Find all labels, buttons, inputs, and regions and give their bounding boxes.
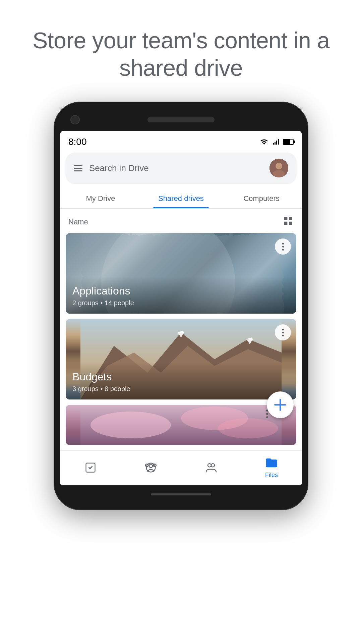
list-header: Name xyxy=(60,209,302,233)
more-options-btn[interactable] xyxy=(266,410,268,418)
hamburger-icon[interactable] xyxy=(74,165,82,171)
budgets-overlay: Budgets 3 groups • 8 people xyxy=(66,363,296,399)
tab-my-drive[interactable]: My Drive xyxy=(60,187,141,208)
nav-shared[interactable] xyxy=(144,461,158,474)
budgets-subtitle: 3 groups • 8 people xyxy=(72,385,290,393)
svg-point-12 xyxy=(218,418,278,438)
home-indicator xyxy=(151,493,211,495)
applications-subtitle: 2 groups • 14 people xyxy=(72,299,290,307)
applications-menu-btn[interactable] xyxy=(275,238,291,255)
files-folder-icon xyxy=(265,456,278,470)
phone-wrapper: 8:00 xyxy=(54,102,308,510)
fab-button[interactable] xyxy=(267,391,294,418)
applications-overlay: Applications 2 groups • 14 people xyxy=(66,277,296,314)
drive-card-applications[interactable]: Applications 2 groups • 14 people xyxy=(66,233,296,314)
hero-text: Store your team's content in a shared dr… xyxy=(0,0,362,102)
svg-point-1 xyxy=(276,163,282,169)
drive-card-third[interactable] xyxy=(66,405,296,445)
drive-card-budgets[interactable]: Budgets 3 groups • 8 people xyxy=(66,319,296,399)
nav-priority[interactable] xyxy=(84,461,97,474)
nav-activity[interactable] xyxy=(204,461,218,474)
nav-files[interactable]: Files xyxy=(265,456,278,479)
grid-view-icon[interactable] xyxy=(283,215,294,228)
phone-top-bezel xyxy=(60,108,302,131)
phone-camera xyxy=(70,115,80,124)
avatar[interactable] xyxy=(269,159,288,177)
priority-icon xyxy=(84,461,97,474)
budgets-title: Budgets xyxy=(72,371,290,383)
fab-plus-icon xyxy=(273,397,288,412)
wifi-icon xyxy=(259,138,269,146)
status-time: 8:00 xyxy=(68,137,87,147)
search-input[interactable]: Search in Drive xyxy=(89,163,263,173)
tab-computers[interactable]: Computers xyxy=(221,187,302,208)
activity-icon xyxy=(204,461,218,474)
applications-title: Applications xyxy=(72,285,290,297)
svg-rect-14 xyxy=(274,404,286,406)
status-icons xyxy=(259,138,294,146)
tab-shared-drives[interactable]: Shared drives xyxy=(141,187,221,208)
phone-speaker xyxy=(147,117,215,122)
signal-icon xyxy=(272,138,280,146)
files-nav-label: Files xyxy=(265,472,278,479)
svg-point-21 xyxy=(211,464,215,467)
tab-nav: My Drive Shared drives Computers xyxy=(60,187,302,209)
budgets-menu-btn[interactable] xyxy=(275,324,291,340)
sort-label[interactable]: Name xyxy=(68,218,88,226)
phone-screen: 8:00 xyxy=(60,131,302,485)
status-bar: 8:00 xyxy=(60,131,302,150)
phone-bottom-bezel xyxy=(60,485,302,503)
svg-point-20 xyxy=(208,464,211,467)
bottom-nav: Files xyxy=(60,450,302,485)
search-bar[interactable]: Search in Drive xyxy=(66,153,296,183)
phone-outer: 8:00 xyxy=(54,102,308,510)
drive-cards: Applications 2 groups • 14 people xyxy=(60,233,302,445)
svg-point-10 xyxy=(90,412,171,438)
battery-icon xyxy=(283,139,294,145)
three-dots-budgets xyxy=(282,329,284,336)
card-bg-third xyxy=(66,405,296,445)
shared-icon xyxy=(144,461,158,474)
avatar-image xyxy=(269,159,288,177)
svg-point-17 xyxy=(149,464,153,468)
three-dots-applications xyxy=(282,243,284,251)
